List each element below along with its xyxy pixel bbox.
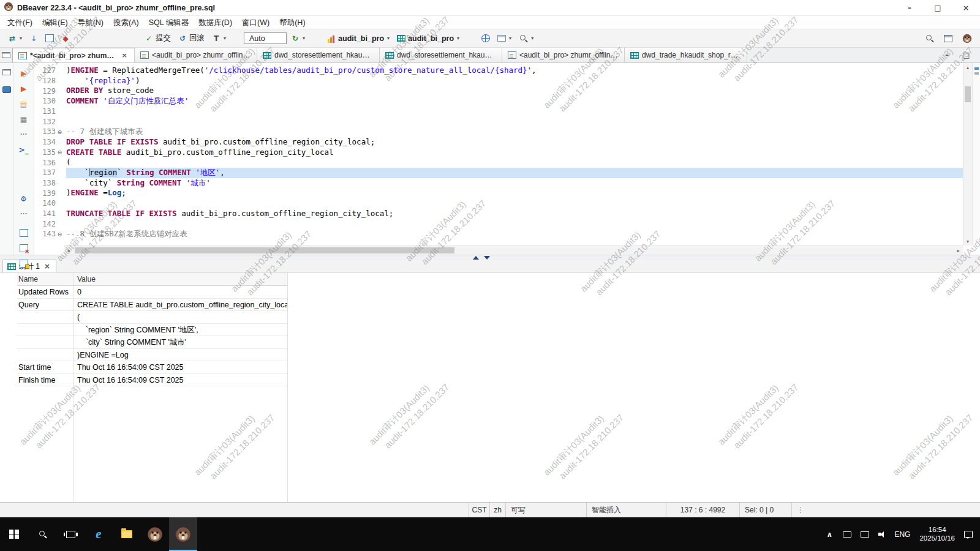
table-row[interactable]: Updated Rows0 bbox=[17, 286, 287, 299]
menu-item[interactable]: 窗口(W) bbox=[237, 16, 274, 29]
statusbar-overflow-icon[interactable]: ⋮ bbox=[792, 503, 804, 517]
horizontal-scroll-thumb[interactable] bbox=[75, 247, 454, 253]
table-row[interactable]: )ENGINE =Log bbox=[17, 349, 287, 362]
table-row[interactable]: `city` String COMMENT '城市' bbox=[17, 336, 287, 349]
table-row[interactable]: QueryCREATE TABLE audit_bi_pro.custom_of… bbox=[17, 299, 287, 312]
editor-area-button[interactable] bbox=[0, 48, 12, 62]
column-divider[interactable] bbox=[74, 273, 74, 502]
dbeaver-logo[interactable] bbox=[959, 32, 975, 45]
execute-script-button[interactable]: ▶ bbox=[17, 83, 31, 94]
dbeaver-button[interactable] bbox=[169, 517, 197, 551]
horizontal-scrollbar[interactable]: ◂ ▸ bbox=[64, 246, 963, 255]
transaction-mode-button[interactable]: ⇄▾ bbox=[5, 32, 25, 45]
globe-edit-button[interactable] bbox=[478, 32, 493, 44]
action-center-button[interactable] bbox=[964, 531, 973, 538]
grid-view-button[interactable]: ▦ bbox=[17, 114, 31, 125]
editor-tab[interactable]: dwd_trade_hkaudit_shop_receipt_... bbox=[625, 48, 747, 62]
close-statistics-tab-slot[interactable]: × bbox=[43, 261, 51, 271]
start-button[interactable] bbox=[0, 517, 28, 551]
chevron-up-button[interactable]: ∧ bbox=[825, 530, 834, 539]
scroll-right-icon[interactable]: ▸ bbox=[954, 248, 963, 253]
connection-button[interactable]: audit_bi_pro▾ bbox=[324, 32, 393, 45]
toolbar-group: ✓提交↺回滚T▾ bbox=[141, 31, 229, 45]
editor-tab[interactable]: dwd_storesettlement_hkaudit_set... bbox=[380, 48, 502, 62]
scroll-down-icon[interactable]: ▾ bbox=[963, 237, 972, 246]
table-row[interactable]: Start timeThu Oct 16 16:54:09 CST 2025 bbox=[17, 361, 287, 374]
editor-tab[interactable]: <audit_bi_pro> zhumr_offline_a... bbox=[135, 48, 257, 62]
menu-item[interactable]: 搜索(A) bbox=[108, 16, 144, 29]
explorer-button[interactable] bbox=[113, 517, 141, 551]
copy-doc-icon bbox=[45, 34, 54, 42]
keyboard-button[interactable] bbox=[843, 531, 851, 538]
console-button[interactable]: >_ bbox=[17, 144, 31, 156]
close-tab-button[interactable]: × bbox=[120, 51, 129, 61]
pin-arrow-button[interactable]: ↓ bbox=[26, 32, 41, 45]
maximize-panel-icon[interactable] bbox=[473, 256, 479, 260]
taskview-button[interactable] bbox=[56, 517, 85, 551]
search-db-button[interactable]: ▾ bbox=[516, 32, 537, 45]
minimize-button[interactable]: – bbox=[895, 0, 924, 15]
settings-gear-button[interactable]: ⚙ bbox=[17, 193, 31, 204]
menu-item[interactable]: 编辑(E) bbox=[37, 16, 73, 29]
tab-statistics[interactable]: 统计 1 × bbox=[2, 260, 56, 272]
table-row[interactable]: `region` String COMMENT '地区', bbox=[17, 324, 287, 337]
table-row[interactable]: Finish timeThu Oct 16 16:54:09 CST 2025 bbox=[17, 374, 287, 387]
vertical-scrollbar[interactable]: ▴ ▾ bbox=[963, 63, 972, 246]
menu-item[interactable]: 帮助(H) bbox=[274, 16, 310, 29]
search-button[interactable] bbox=[922, 32, 937, 45]
minimize-panel-icon[interactable] bbox=[484, 256, 490, 260]
schema-button[interactable]: audit_bi_pro▾ bbox=[394, 32, 462, 45]
rename-file-icon bbox=[20, 260, 28, 268]
editor-tab[interactable]: <audit_bi_pro> zhumr_offline_te... bbox=[502, 48, 625, 62]
dots-button[interactable]: ··· bbox=[17, 209, 31, 220]
scroll-left-icon[interactable]: ◂ bbox=[64, 248, 73, 253]
text-transform-button[interactable]: T▾ bbox=[209, 32, 229, 45]
column-header-name[interactable]: Name bbox=[17, 273, 74, 285]
perspective-button[interactable] bbox=[941, 33, 956, 44]
panel-splitter[interactable] bbox=[0, 255, 980, 260]
code-line: DROP TABLE IF EXISTS audit_bi_pro.custom… bbox=[66, 137, 963, 148]
code-area[interactable]: )ENGINE = ReplicatedMergeTree('/clickhou… bbox=[64, 63, 963, 246]
new-file-button[interactable] bbox=[17, 227, 31, 238]
action-center-icon bbox=[964, 531, 973, 538]
execute-statement-button[interactable]: ▶ bbox=[17, 68, 31, 79]
editor-tab[interactable]: dwd_storesettlement_hkaudit_set... bbox=[257, 48, 380, 62]
explain-plan-button[interactable]: ▤ bbox=[17, 99, 31, 110]
vertical-scroll-thumb[interactable] bbox=[965, 86, 971, 102]
maximize-view-icon: □ bbox=[962, 50, 971, 60]
scroll-up-icon[interactable]: ▴ bbox=[963, 63, 972, 72]
dbeaver-button[interactable] bbox=[141, 517, 169, 551]
copy-doc-button[interactable] bbox=[42, 32, 57, 44]
commit-marker-button[interactable]: ◆ bbox=[58, 32, 73, 45]
search-taskbar-button[interactable] bbox=[28, 517, 56, 551]
menu-item[interactable]: 文件(F) bbox=[2, 16, 37, 29]
commit-button[interactable]: ✓提交 bbox=[141, 31, 174, 45]
volume-button[interactable] bbox=[878, 531, 887, 538]
delete-file-button[interactable] bbox=[17, 242, 31, 253]
auto-commit-combo[interactable]: Auto bbox=[244, 32, 287, 44]
minimize-view-button[interactable]: – bbox=[940, 48, 954, 62]
window-title: DBeaver 22.3.4 - <audit_bi_pro> zhumr_of… bbox=[17, 4, 215, 12]
refresh-button[interactable]: ↻▾ bbox=[288, 32, 308, 45]
maximize-view-button[interactable]: □ bbox=[959, 48, 974, 62]
restore-view-button[interactable] bbox=[0, 67, 13, 78]
rollback-button[interactable]: ↺回滚 bbox=[175, 31, 208, 45]
menu-item[interactable]: 数据库(D) bbox=[194, 16, 237, 29]
menu-item[interactable]: 导航(N) bbox=[73, 16, 108, 29]
table-row[interactable]: ( bbox=[17, 311, 287, 324]
taskbar-clock[interactable]: 16:54 2025/10/16 bbox=[919, 526, 955, 542]
er-diagram-button[interactable]: ▾ bbox=[494, 33, 514, 43]
ie-button[interactable]: e bbox=[85, 517, 113, 551]
editor-tab[interactable]: *<audit_bi_pro> zhumr_offline_p...× bbox=[12, 48, 135, 62]
close-button[interactable]: × bbox=[952, 0, 980, 15]
dots-button[interactable]: ··· bbox=[17, 129, 31, 140]
column-divider[interactable] bbox=[287, 273, 288, 502]
menu-item[interactable]: SQL 编辑器 bbox=[144, 16, 194, 29]
network-button[interactable] bbox=[861, 531, 869, 538]
maximize-button[interactable]: □ bbox=[924, 0, 952, 15]
gutter[interactable]: 127128129130131132133⊖134135⊖13613713813… bbox=[34, 63, 64, 246]
db-navigator-button[interactable] bbox=[0, 84, 13, 95]
code-line: )ENGINE = ReplicatedMergeTree('/clickhou… bbox=[66, 66, 963, 76]
language-indicator[interactable]: ENG bbox=[894, 530, 910, 539]
column-header-value[interactable]: Value bbox=[74, 273, 287, 285]
